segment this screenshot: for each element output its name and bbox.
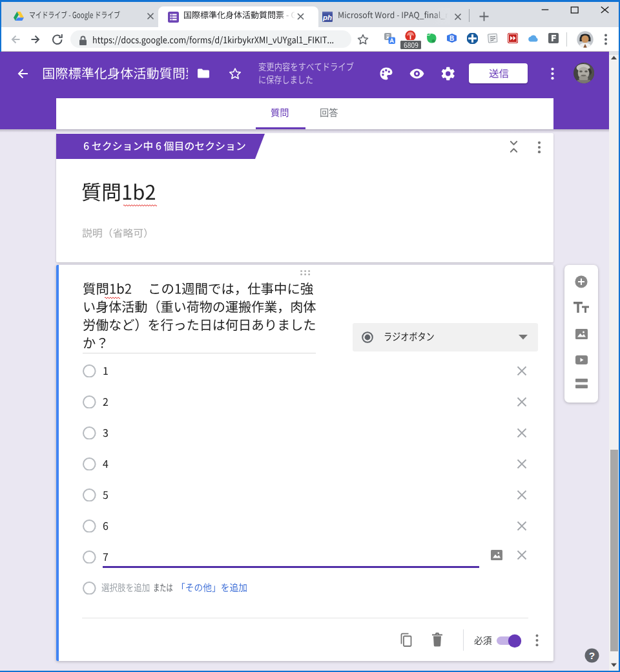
svg-text:B: B — [450, 35, 454, 42]
svg-text:?: ? — [589, 650, 595, 661]
svg-text:ph: ph — [322, 14, 332, 21]
